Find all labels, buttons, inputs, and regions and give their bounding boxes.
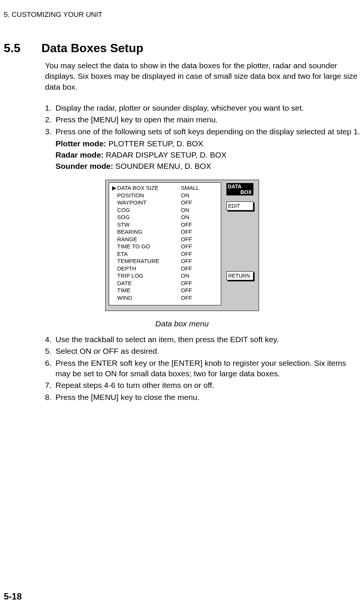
intro-paragraph: You may select the data to show in the d… [0, 60, 364, 92]
menu-row[interactable]: TIMEOFF [112, 287, 218, 294]
steps-list-1: Display the radar, plotter or sounder di… [0, 103, 364, 137]
menu-row[interactable]: BEARINGOFF [112, 228, 218, 236]
section-title: Data Boxes Setup [41, 41, 143, 55]
menu-row[interactable]: SOGON [112, 213, 218, 221]
section-heading: 5.5 Data Boxes Setup [0, 41, 364, 55]
menu-row[interactable]: RANGEOFF [112, 236, 218, 243]
mode-sounder: Sounder mode: SOUNDER MENU, D. BOX [0, 162, 364, 171]
menu-row[interactable]: DATEOFF [112, 279, 218, 287]
figure-caption: Data box menu [0, 319, 364, 328]
menu-list[interactable]: ▶DATA BOX SIZESMALL POSITIONON WAYPOINTO… [109, 182, 221, 305]
list-item: Press the [MENU] key to open the main me… [45, 114, 360, 125]
menu-row[interactable]: POSITIONON [112, 192, 218, 199]
menu-title-key: DATA BOX [226, 183, 253, 195]
menu-row[interactable]: TIME TO GOOFF [112, 243, 218, 250]
steps-list-2: Use the trackball to select an item, the… [0, 334, 364, 403]
return-softkey[interactable]: RETURN [226, 271, 253, 280]
menu-row[interactable]: WAYPOINTOFF [112, 199, 218, 206]
list-item: Repeat steps 4-6 to turn other items on … [45, 380, 360, 391]
chapter-header: 5. CUSTOMIZING YOUR UNIT [0, 0, 364, 19]
menu-row[interactable]: STWOFF [112, 221, 218, 228]
menu-box: ▶DATA BOX SIZESMALL POSITIONON WAYPOINTO… [105, 180, 259, 311]
list-item: Display the radar, plotter or sounder di… [45, 103, 360, 113]
section-number: 5.5 [4, 41, 20, 55]
page-number: 5-18 [4, 591, 22, 602]
list-item: Press the [MENU] key to close the menu. [45, 392, 360, 403]
list-item: Use the trackball to select an item, the… [45, 334, 360, 345]
menu-row[interactable]: ▶DATA BOX SIZESMALL [112, 184, 218, 192]
menu-row[interactable]: COGON [112, 206, 218, 214]
mode-plotter: Plotter mode: PLOTTER SETUP, D. BOX [0, 139, 364, 148]
softkey-panel: DATA BOX EDIT RETURN [221, 182, 259, 305]
figure-databox-menu: ▶DATA BOX SIZESMALL POSITIONON WAYPOINTO… [0, 180, 364, 311]
menu-row[interactable]: TEMPERATUREOFF [112, 257, 218, 265]
menu-row[interactable]: WINDOFF [112, 294, 218, 302]
list-item: Press the ENTER soft key or the [ENTER] … [45, 358, 360, 379]
list-item: Press one of the following sets of soft … [45, 126, 360, 137]
menu-row[interactable]: TRIP LOGON [112, 272, 218, 279]
list-item: Select ON or OFF as desired. [45, 346, 360, 356]
menu-row[interactable]: ETAOFF [112, 250, 218, 258]
menu-row[interactable]: DEPTHOFF [112, 265, 218, 272]
mode-radar: Radar mode: RADAR DISPLAY SETUP, D. BOX [0, 150, 364, 159]
edit-softkey[interactable]: EDIT [226, 201, 253, 210]
